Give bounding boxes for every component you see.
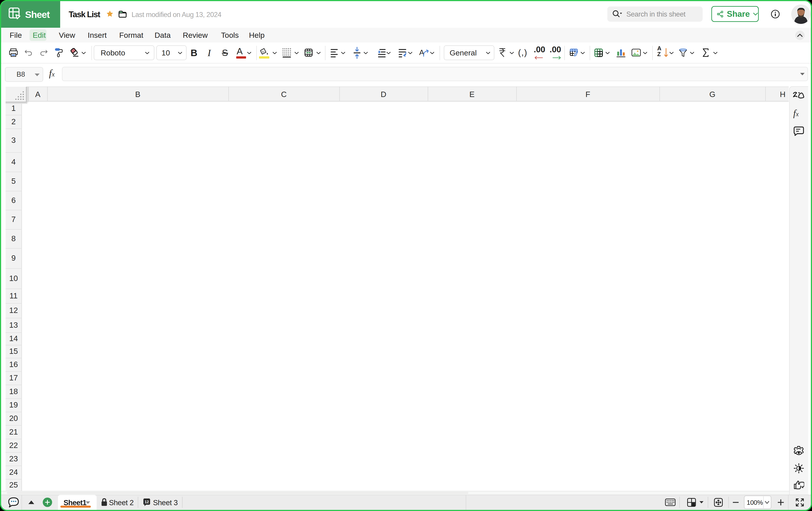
- svg-text:12: 12: [145, 500, 149, 504]
